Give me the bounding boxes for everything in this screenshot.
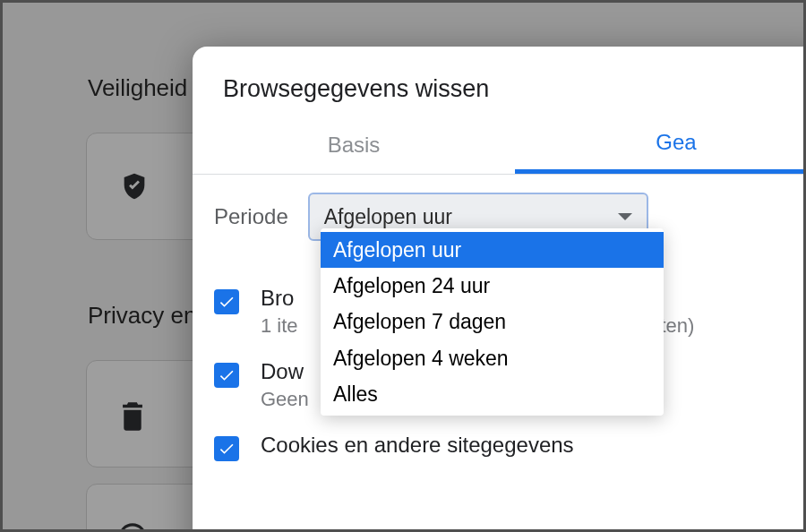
dialog-title: Browsegegevens wissen	[193, 47, 806, 119]
dropdown-option-last-4-weeks[interactable]: Afgelopen 4 weken	[321, 340, 664, 376]
clear-browsing-data-dialog: Browsegegevens wissen Basis Gea Periode …	[193, 47, 806, 532]
checkbox-cookies[interactable]	[214, 436, 239, 461]
dialog-tabs: Basis Gea	[193, 119, 806, 174]
dropdown-option-all-time[interactable]: Alles	[321, 376, 664, 412]
check-icon	[218, 293, 236, 311]
checkbox-browsing-history[interactable]	[214, 289, 239, 314]
check-icon	[218, 440, 236, 458]
option-title: Bro	[261, 286, 294, 311]
check-icon	[218, 366, 236, 384]
chevron-down-icon	[618, 213, 632, 220]
checkbox-downloads[interactable]	[214, 363, 239, 388]
dropdown-option-last-hour[interactable]: Afgelopen uur	[321, 232, 664, 268]
option-title: Cookies en andere sitegegevens	[261, 433, 574, 458]
dropdown-option-last-7-days[interactable]: Afgelopen 7 dagen	[321, 304, 664, 339]
time-range-label: Periode	[214, 204, 288, 229]
tab-basic[interactable]: Basis	[193, 122, 515, 172]
time-range-dropdown: Afgelopen uur Afgelopen 24 uur Afgelopen…	[321, 228, 664, 416]
time-range-selected-value: Afgelopen uur	[324, 205, 452, 229]
tab-advanced[interactable]: Gea	[515, 119, 806, 174]
option-subtitle-left: 1 ite	[261, 314, 298, 338]
dropdown-option-last-24-hours[interactable]: Afgelopen 24 uur	[321, 268, 664, 304]
option-title: Dow	[261, 359, 309, 384]
option-subtitle: Geen	[261, 388, 309, 411]
option-cookies[interactable]: Cookies en andere sitegegevens	[214, 424, 806, 474]
